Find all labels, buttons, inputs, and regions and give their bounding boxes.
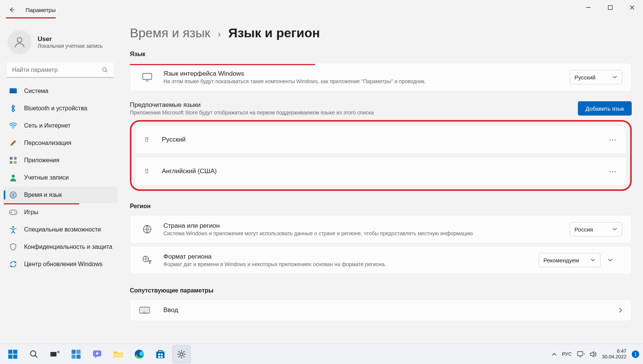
widgets-icon: [71, 349, 81, 359]
sidebar-item-gaming[interactable]: Игры: [3, 204, 117, 221]
svg-rect-1: [608, 6, 613, 10]
sidebar-item-apps[interactable]: Приложения: [3, 152, 117, 169]
svg-rect-5: [10, 92, 17, 93]
keyboard-icon: [139, 307, 155, 314]
sidebar-item-bluetooth[interactable]: Bluetooth и устройства: [3, 100, 117, 117]
add-language-button[interactable]: Добавить язык: [578, 101, 632, 116]
language-label: Русский: [162, 136, 609, 143]
close-icon: [630, 5, 634, 10]
taskbar-left: [0, 345, 190, 363]
user-block[interactable]: User Локальная учетная запись: [3, 27, 117, 61]
chevron-right-icon: [619, 307, 622, 313]
display-language-select[interactable]: Русский: [570, 70, 622, 84]
display-language-desc: На этом языке будут показываться такие к…: [163, 78, 570, 84]
sidebar-item-update[interactable]: Центр обновления Windows: [3, 256, 117, 273]
nav-list: Система Bluetooth и устройства Сеть и Ин…: [3, 83, 117, 273]
svg-point-11: [12, 175, 15, 178]
search-icon: [29, 350, 38, 359]
svg-rect-37: [158, 353, 160, 355]
expand-button[interactable]: [607, 258, 622, 262]
country-title: Страна или регион: [163, 222, 570, 230]
more-options-button[interactable]: ⋯: [609, 135, 617, 144]
brush-icon: [9, 139, 17, 147]
task-view-button[interactable]: [46, 345, 64, 363]
language-item-russian[interactable]: ⠿ Русский ⋯: [135, 125, 626, 154]
minimize-button[interactable]: [577, 0, 599, 15]
tray-network-icon[interactable]: [577, 351, 585, 357]
tray-language[interactable]: РУС: [562, 351, 572, 357]
section-region: Регион: [130, 203, 632, 210]
settings-window: Параметры User Локальная учетная запись: [0, 0, 643, 364]
notification-badge[interactable]: 1: [632, 350, 639, 358]
search-button[interactable]: [25, 345, 43, 363]
bluetooth-icon: [9, 104, 17, 113]
related-card: Ввод: [130, 299, 632, 321]
related-input-label: Ввод: [163, 306, 619, 314]
user-text: User Локальная учетная запись: [38, 35, 103, 49]
tray-chevron-up[interactable]: [552, 352, 557, 356]
sidebar-item-label: Специальные возможности: [24, 226, 101, 233]
sidebar-item-time-language[interactable]: Время и язык: [3, 187, 117, 203]
annotation-highlight-box: ⠿ Русский ⋯ ⠿ Английский (США) ⋯: [130, 120, 632, 191]
svg-rect-10: [14, 161, 17, 164]
breadcrumb-parent[interactable]: Время и язык: [130, 26, 210, 40]
tray-volume-icon[interactable]: [590, 351, 597, 357]
maximize-button[interactable]: [599, 0, 621, 15]
sidebar-item-network[interactable]: Сеть и Интернет: [3, 117, 117, 134]
sidebar-item-system[interactable]: Система: [3, 83, 117, 99]
edge-icon: [134, 349, 144, 359]
svg-rect-24: [13, 355, 17, 359]
update-icon: [9, 260, 17, 268]
format-select[interactable]: Рекомендуем: [539, 253, 600, 267]
more-options-button[interactable]: ⋯: [609, 167, 617, 176]
content-pane: Время и язык › Язык и регион Язык Язык и…: [130, 23, 632, 344]
arrow-left-icon: [9, 6, 15, 13]
sidebar-item-label: Конфиденциальность и защита: [24, 244, 113, 250]
sidebar-item-personalization[interactable]: Персонализация: [3, 135, 117, 151]
display-language-text: Язык интерфейса Windows На этом языке бу…: [163, 70, 570, 84]
gamepad-icon: [9, 208, 17, 216]
sidebar-item-label: Приложения: [24, 157, 59, 164]
back-button[interactable]: [5, 2, 20, 17]
store-icon: [155, 349, 165, 359]
tray-time: 6:47: [602, 349, 626, 354]
wifi-icon: [9, 122, 17, 130]
store-button[interactable]: [151, 345, 169, 363]
search-input[interactable]: [7, 62, 114, 78]
drag-handle-icon[interactable]: ⠿: [145, 168, 157, 175]
svg-point-41: [180, 353, 183, 356]
settings-taskbar-button[interactable]: [172, 345, 190, 363]
search-icon: [102, 67, 108, 73]
language-item-english-us[interactable]: ⠿ Английский (США) ⋯: [135, 157, 626, 186]
country-select[interactable]: Россия: [570, 222, 622, 236]
section-related: Сопутствующие параметры: [130, 287, 632, 294]
tray-date: 30.04.2022: [602, 354, 626, 360]
monitor-icon: [139, 73, 155, 81]
sidebar-item-privacy[interactable]: Конфиденциальность и защита: [3, 239, 117, 255]
gear-icon: [177, 349, 186, 359]
svg-rect-42: [577, 352, 583, 356]
related-input-row[interactable]: Ввод: [130, 300, 631, 321]
tray-clock[interactable]: 6:47 30.04.2022: [602, 349, 626, 360]
select-value: Россия: [574, 226, 593, 233]
chat-button[interactable]: [88, 345, 106, 363]
country-text: Страна или регион Система Windows и прил…: [163, 222, 570, 236]
drag-handle-icon[interactable]: ⠿: [145, 136, 157, 143]
explorer-button[interactable]: [109, 345, 127, 363]
sidebar-item-accessibility[interactable]: Специальные возможности: [3, 221, 117, 238]
start-button[interactable]: [4, 345, 22, 363]
svg-rect-17: [143, 73, 152, 79]
display-language-card: Язык интерфейса Windows На этом языке бу…: [130, 63, 632, 91]
widgets-button[interactable]: [67, 345, 85, 363]
edge-button[interactable]: [130, 345, 148, 363]
select-value: Рекомендуем: [544, 257, 579, 263]
accessibility-icon: [9, 225, 17, 234]
close-button[interactable]: [621, 0, 643, 15]
svg-rect-0: [586, 7, 591, 8]
folder-icon: [113, 350, 123, 358]
svg-rect-26: [50, 352, 56, 356]
task-view-icon: [50, 350, 60, 358]
sidebar-item-accounts[interactable]: Учетные записи: [3, 169, 117, 186]
format-text: Формат региона Формат дат и времени в Wi…: [163, 253, 539, 267]
windows-icon: [8, 349, 18, 359]
